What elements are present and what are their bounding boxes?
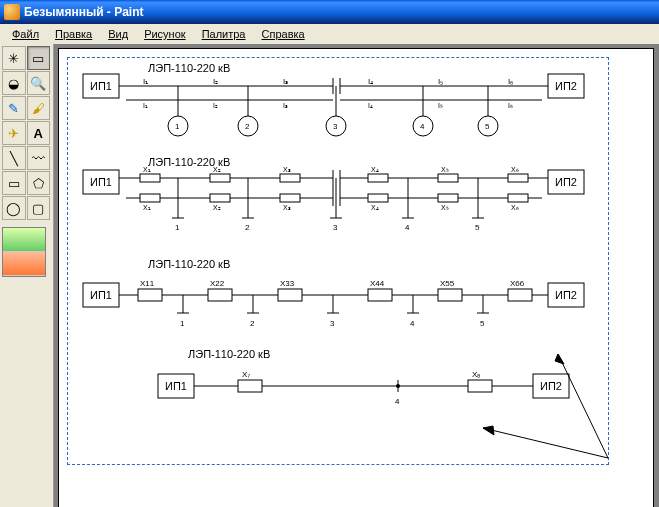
paint-app-icon — [4, 4, 20, 20]
tool-ellipse[interactable]: ◯ — [2, 196, 26, 220]
menu-view-label: Вид — [108, 28, 128, 40]
d1-I6-top: I₆ — [508, 77, 513, 86]
rectangle-icon: ▭ — [8, 176, 20, 191]
paint-window: Безымянный - Paint Файл Правка Вид Рисун… — [0, 0, 659, 507]
tool-text[interactable]: A — [27, 121, 51, 145]
d3-x11: X11 — [140, 279, 155, 288]
menu-file-label: Файл — [12, 28, 39, 40]
d3-x33: X33 — [280, 279, 295, 288]
tool-freeform-select[interactable]: ✳ — [2, 46, 26, 70]
svg-rect-38 — [508, 194, 528, 202]
svg-rect-28 — [210, 174, 230, 182]
tool-options[interactable] — [2, 227, 46, 277]
tool-eraser[interactable]: ◒ — [2, 71, 26, 95]
svg-rect-54 — [278, 289, 302, 301]
polygon-icon: ⬠ — [33, 176, 44, 191]
menu-colors[interactable]: Палитра — [194, 26, 254, 42]
d1-I3-top: I₃ — [283, 77, 288, 86]
svg-rect-29 — [280, 174, 300, 182]
menu-help[interactable]: Справка — [254, 26, 313, 42]
magnifier-icon: 🖌 — [32, 101, 45, 116]
tool-roundrect[interactable]: ▢ — [27, 196, 51, 220]
selection-marquee[interactable]: ЛЭП-110-220 кВ ИП1 ИП2 I₁ I₂ I₃ I₄ I₅ I₆… — [67, 57, 609, 465]
d4-x7: X₇ — [242, 370, 250, 379]
d1-I5b: I₅ — [438, 102, 443, 109]
tool-magnifier[interactable]: 🖌 — [27, 96, 51, 120]
d2-x3b: X₃ — [283, 204, 291, 211]
roundrect-icon: ▢ — [32, 201, 44, 216]
canvas-area: ЛЭП-110-220 кВ ИП1 ИП2 I₁ I₂ I₃ I₄ I₅ I₆… — [54, 44, 659, 507]
menu-colors-label: Палитра — [202, 28, 246, 40]
menu-edit[interactable]: Правка — [47, 26, 100, 42]
canvas[interactable]: ЛЭП-110-220 кВ ИП1 ИП2 I₁ I₂ I₃ I₄ I₅ I₆… — [58, 48, 654, 507]
d3-x66: X66 — [510, 279, 525, 288]
opt-transparent[interactable] — [3, 252, 45, 276]
svg-rect-56 — [438, 289, 462, 301]
d1-n4: 4 — [420, 122, 425, 131]
d2-n2: 2 — [245, 223, 250, 232]
opt-solid[interactable] — [3, 228, 45, 252]
tool-curve[interactable]: 〰 — [27, 146, 51, 170]
tool-rect-select[interactable]: ▭ — [27, 46, 51, 70]
d1-n2: 2 — [245, 122, 250, 131]
d3-x44: X44 — [370, 279, 385, 288]
eraser-icon: ◒ — [8, 76, 19, 91]
d2-x2b: X₂ — [213, 204, 221, 211]
svg-rect-52 — [138, 289, 162, 301]
text-icon: A — [34, 126, 43, 141]
curve-icon: 〰 — [32, 151, 45, 166]
d2-x6t: X₆ — [511, 166, 519, 173]
d2-n3: 3 — [333, 223, 338, 232]
d1-n1: 1 — [175, 122, 180, 131]
svg-rect-72 — [468, 380, 492, 392]
d2-x4b: X₄ — [371, 204, 379, 211]
d1-I6b: I₆ — [508, 102, 513, 109]
d4-n4: 4 — [395, 397, 400, 406]
tool-fill[interactable]: 🔍 — [27, 71, 51, 95]
svg-rect-53 — [208, 289, 232, 301]
menu-edit-label: Правка — [55, 28, 92, 40]
tool-rectangle[interactable]: ▭ — [2, 171, 26, 195]
menu-image[interactable]: Рисунок — [136, 26, 194, 42]
tool-line[interactable]: ╲ — [2, 146, 26, 170]
d1-ip1: ИП1 — [90, 80, 112, 92]
svg-line-77 — [483, 428, 608, 458]
d2-xboxes: X₁ X₂ X₃ X₄ X₅ X₆ X₁ X₂ X₃ X₄ X₅ X₆ — [140, 166, 528, 211]
d2-ip2: ИП2 — [555, 176, 577, 188]
d4-x8: X₈ — [472, 370, 480, 379]
svg-rect-57 — [508, 289, 532, 301]
svg-rect-35 — [280, 194, 300, 202]
d1-ip2: ИП2 — [555, 80, 577, 92]
ellipse-icon: ◯ — [6, 201, 21, 216]
tool-polygon[interactable]: ⬠ — [27, 171, 51, 195]
d3-x22: X22 — [210, 279, 225, 288]
menu-file[interactable]: Файл — [4, 26, 47, 42]
line-icon: ╲ — [10, 151, 18, 166]
d3-header: ЛЭП-110-220 кВ — [148, 258, 230, 270]
d4-ip1: ИП1 — [165, 380, 187, 392]
d1-I4-top: I₄ — [368, 77, 373, 86]
d3-xboxes: X11 X22 X33 X44 X55 X66 — [138, 279, 532, 301]
menu-help-label: Справка — [262, 28, 305, 40]
svg-rect-30 — [368, 174, 388, 182]
d1-I2b: I₂ — [213, 102, 218, 109]
diagram-svg: ЛЭП-110-220 кВ ИП1 ИП2 I₁ I₂ I₃ I₄ I₅ I₆… — [68, 58, 610, 466]
d1-n5: 5 — [485, 122, 490, 131]
d3-n2: 2 — [250, 319, 255, 328]
d1-I4b: I₄ — [368, 102, 373, 109]
svg-rect-71 — [238, 380, 262, 392]
d2-n1: 1 — [175, 223, 180, 232]
d2-x5b: X₅ — [441, 204, 449, 211]
fill-icon: 🔍 — [30, 76, 46, 91]
menu-view[interactable]: Вид — [100, 26, 136, 42]
d1-header: ЛЭП-110-220 кВ — [148, 62, 230, 74]
d2-x3t: X₃ — [283, 166, 291, 173]
d4-ip2: ИП2 — [540, 380, 562, 392]
d3-n4: 4 — [410, 319, 415, 328]
d1-I3b: I₃ — [283, 102, 288, 109]
tool-picker[interactable]: ✎ — [2, 96, 26, 120]
freeform-icon: ✳ — [8, 51, 19, 66]
tool-pencil[interactable]: ✈ — [2, 121, 26, 145]
d2-x1t: X₁ — [143, 166, 151, 173]
titlebar: Безымянный - Paint — [0, 0, 659, 24]
